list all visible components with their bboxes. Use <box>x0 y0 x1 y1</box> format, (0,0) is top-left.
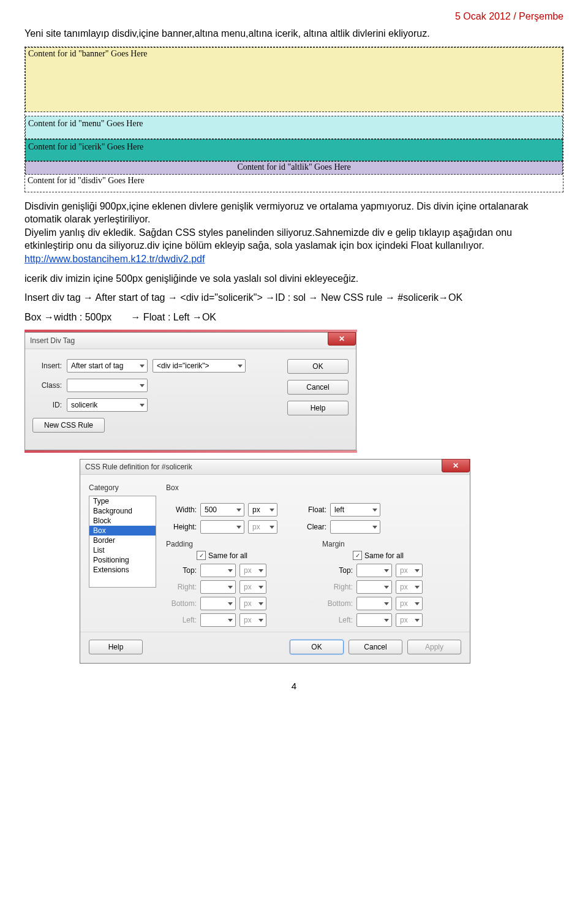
mar-right-unit[interactable]: px <box>396 580 423 594</box>
dialog2-title-text: CSS Rule definition for #solicerik <box>85 463 192 471</box>
dw-disdiv-label: Content for id "disdiv" Goes Here <box>25 175 563 192</box>
cat-list-item[interactable]: List <box>89 545 156 555</box>
id-label: ID: <box>32 401 62 409</box>
dw-banner: Content for id "banner" Goes Here <box>25 47 563 112</box>
d2-cancel-button[interactable]: Cancel <box>349 640 402 654</box>
close-icon[interactable]: ✕ <box>328 332 356 346</box>
box-heading: Box <box>166 483 461 492</box>
p2a: Disdivin genişliği 900px,içine eklenen d… <box>24 201 529 225</box>
pad-right-input[interactable] <box>200 580 236 594</box>
mar-right-label: Right: <box>322 583 353 591</box>
cancel-button[interactable]: Cancel <box>287 380 349 395</box>
cat-border[interactable]: Border <box>89 536 156 545</box>
width-value: 500 <box>205 505 217 514</box>
pad-top-label: Top: <box>166 566 197 575</box>
mar-left-input[interactable] <box>356 613 392 627</box>
insert-target-value: <div id="icerik"> <box>157 361 209 370</box>
pad-bottom-unit[interactable]: px <box>239 597 266 610</box>
intro-text: Yeni site tanımlayıp disdiv,içine banner… <box>24 27 564 40</box>
class-label: Class: <box>32 381 62 390</box>
insert-div-dialog: Insert Div Tag ✕ Insert: After start of … <box>24 332 356 450</box>
d2-apply-button[interactable]: Apply <box>407 640 461 654</box>
insert-target-combo[interactable]: <div id="icerik"> <box>153 359 246 373</box>
width-label: Width: <box>166 505 197 514</box>
para3: icerik div imizin içine 500px genişliğin… <box>24 272 564 286</box>
float-label: Float: <box>296 505 326 514</box>
padding-heading: Padding <box>166 540 305 548</box>
insert-mode-value: After start of tag <box>71 361 123 370</box>
mar-left-unit[interactable]: px <box>396 613 423 627</box>
class-combo[interactable] <box>67 379 148 392</box>
id-value: solicerik <box>71 401 97 409</box>
cat-background[interactable]: Background <box>89 506 156 516</box>
pad-right-label: Right: <box>166 583 197 591</box>
float-value: left <box>334 505 344 514</box>
cat-box[interactable]: Box <box>89 526 156 536</box>
padding-same-checkbox[interactable]: ✓ <box>197 551 206 560</box>
height-unit[interactable]: px <box>248 520 277 534</box>
close-icon[interactable]: ✕ <box>442 459 470 472</box>
pad-right-unit[interactable]: px <box>239 580 266 594</box>
height-input[interactable] <box>200 520 244 534</box>
width-unit-value: px <box>252 505 260 514</box>
d2-help-button[interactable]: Help <box>89 640 143 654</box>
clear-label: Clear: <box>296 523 326 531</box>
mar-top-label: Top: <box>322 566 353 575</box>
pdf-link[interactable]: http://www.bostancihem.k12.tr/dwdiv2.pdf <box>24 254 205 264</box>
pad-bottom-input[interactable] <box>200 597 236 610</box>
pad-left-label: Left: <box>166 616 197 624</box>
cat-extensions[interactable]: Extensions <box>89 565 156 575</box>
float-combo[interactable]: left <box>330 503 380 517</box>
stripe-bottom <box>24 450 357 453</box>
help-button[interactable]: Help <box>287 401 349 415</box>
height-unit-value: px <box>252 523 260 531</box>
d2-ok-button[interactable]: OK <box>290 640 344 654</box>
category-label: Category <box>89 483 156 492</box>
dialog2-titlebar: CSS Rule definition for #solicerik ✕ <box>80 460 470 475</box>
category-list[interactable]: Type Background Block Box Border List Po… <box>89 496 156 588</box>
css-rule-dialog: CSS Rule definition for #solicerik ✕ Cat… <box>80 459 470 664</box>
p2b: Diyelim yanlış div ekledik. Sağdan CSS s… <box>24 227 512 251</box>
pad-bottom-label: Bottom: <box>166 599 197 608</box>
mar-bottom-input[interactable] <box>356 597 392 610</box>
dw-icerik: Content for id "icerik" Goes Here <box>25 139 563 161</box>
page-number: 4 <box>24 681 564 691</box>
mar-right-input[interactable] <box>356 580 392 594</box>
dialog1-title-text: Insert Div Tag <box>30 336 75 345</box>
p5a: Box →width : 500px <box>24 312 111 322</box>
cat-type[interactable]: Type <box>89 496 156 506</box>
margin-same-label: Same for all <box>364 551 404 560</box>
dw-layout-preview: Content for id "banner" Goes Here Conten… <box>24 47 564 192</box>
mar-top-input[interactable] <box>356 564 392 577</box>
cat-positioning[interactable]: Positioning <box>89 555 156 565</box>
new-css-rule-button[interactable]: New CSS Rule <box>32 418 105 433</box>
width-input[interactable]: 500 <box>200 503 244 517</box>
pad-top-unit[interactable]: px <box>239 564 266 577</box>
p5b: → Float : Left →OK <box>130 312 216 322</box>
mar-bottom-unit[interactable]: px <box>396 597 423 610</box>
height-label: Height: <box>166 523 197 531</box>
insert-mode-combo[interactable]: After start of tag <box>67 359 148 373</box>
pad-left-unit[interactable]: px <box>239 613 266 627</box>
pad-left-input[interactable] <box>200 613 236 627</box>
dw-altlik: Content for id "altlik" Goes Here <box>25 161 563 175</box>
clear-combo[interactable] <box>330 520 380 534</box>
para4: Insert div tag → After start of tag → <d… <box>24 291 564 305</box>
margin-heading: Margin <box>322 540 461 548</box>
dialog1-titlebar: Insert Div Tag ✕ <box>25 333 356 349</box>
ok-button[interactable]: OK <box>287 359 349 374</box>
dw-menu: Content for id "menu" Goes Here <box>25 116 563 139</box>
mar-left-label: Left: <box>322 616 353 624</box>
margin-same-checkbox[interactable]: ✓ <box>353 551 362 560</box>
page-date: 5 Ocak 2012 / Perşembe <box>24 11 564 22</box>
width-unit[interactable]: px <box>248 503 277 517</box>
padding-same-label: Same for all <box>208 551 247 560</box>
para5: Box →width : 500px → Float : Left →OK <box>24 311 564 324</box>
insert-label: Insert: <box>32 361 62 370</box>
id-combo[interactable]: solicerik <box>67 398 148 412</box>
mar-top-unit[interactable]: px <box>396 564 423 577</box>
para2: Disdivin genişliği 900px,içine eklenen d… <box>24 200 564 266</box>
cat-block[interactable]: Block <box>89 516 156 526</box>
pad-top-input[interactable] <box>200 564 236 577</box>
mar-bottom-label: Bottom: <box>322 599 353 608</box>
